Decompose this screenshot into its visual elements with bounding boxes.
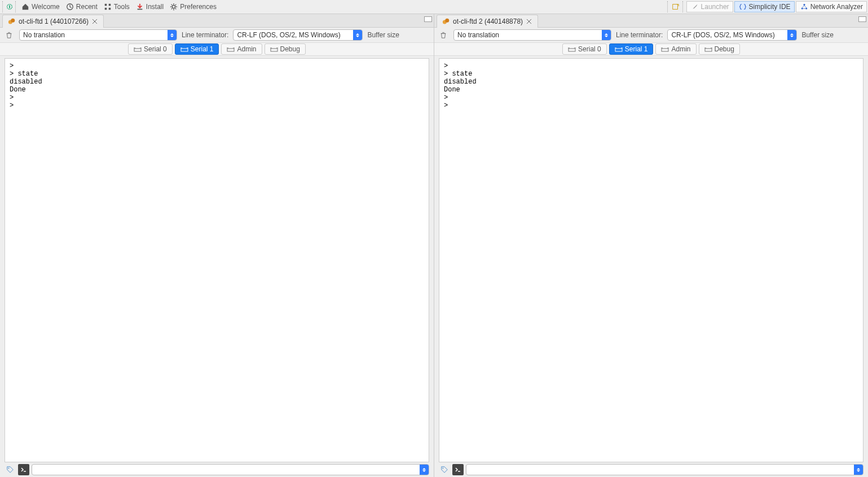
tab-label: Serial 0 (144, 45, 167, 53)
tab-serial-0[interactable]: Serial 0 (562, 43, 607, 55)
port-tabs: Serial 0 Serial 1 Admin Debug (0, 42, 434, 56)
svg-point-59 (443, 468, 444, 469)
tag-button[interactable] (5, 464, 16, 475)
chevron-updown-icon (420, 465, 429, 475)
tab-debug[interactable]: Debug (265, 43, 306, 55)
options-row: No translation Line terminator: CR-LF (D… (0, 28, 434, 42)
terminal-button[interactable] (18, 464, 29, 475)
svg-rect-50 (615, 49, 622, 51)
console-pane-right: ot-cli-ftd 2 (440148878) No translation … (434, 14, 868, 477)
svg-line-15 (171, 8, 173, 10)
tab-serial-0[interactable]: Serial 0 (128, 43, 173, 55)
command-input[interactable] (466, 464, 863, 475)
console-pane-left: ot-cli-ftd 1 (440107266) No translation … (0, 14, 434, 477)
tab-label: Serial 0 (578, 45, 601, 53)
serial-icon (134, 46, 142, 52)
split-container: ot-cli-ftd 1 (440107266) No translation … (0, 14, 868, 477)
view-tab-title: ot-cli-ftd 2 (440148878) (453, 17, 523, 25)
energy-icon[interactable] (5, 2, 14, 11)
chevron-updown-icon (602, 30, 611, 40)
svg-rect-30 (181, 49, 188, 51)
translation-select[interactable]: No translation (453, 29, 611, 41)
console-icon (442, 17, 451, 26)
close-icon[interactable] (525, 17, 533, 25)
translation-select[interactable]: No translation (19, 29, 177, 41)
tab-admin[interactable]: Admin (221, 43, 262, 55)
view-tab-bar: ot-cli-ftd 1 (440107266) (0, 14, 434, 28)
tab-serial-1[interactable]: Serial 1 (175, 43, 219, 55)
gear-icon (169, 2, 178, 11)
line-terminator-select[interactable]: CR-LF (DOS, OS/2, MS Windows) (233, 29, 363, 41)
launcher-perspective[interactable]: Launcher (686, 1, 733, 12)
trash-icon (439, 31, 447, 39)
serial-icon (270, 46, 278, 52)
perspective-open-icon[interactable] (671, 2, 680, 11)
svg-rect-47 (569, 49, 575, 51)
view-tab-title: ot-cli-ftd 1 (440107266) (19, 17, 89, 25)
options-row: No translation Line terminator: CR-LF (D… (434, 28, 868, 42)
grid-icon (103, 2, 112, 11)
translation-value: No translation (454, 31, 602, 39)
preferences-button[interactable]: Preferences (166, 1, 219, 12)
serial-icon (227, 46, 235, 52)
simplicity-ide-perspective[interactable]: Simplicity IDE (734, 1, 795, 12)
svg-rect-27 (134, 49, 141, 51)
tools-button[interactable]: Tools (100, 1, 133, 12)
svg-rect-1 (9, 5, 10, 8)
recent-label: Recent (76, 3, 98, 11)
install-button[interactable]: Install (133, 1, 166, 12)
svg-rect-17 (672, 5, 677, 10)
trash-button[interactable] (438, 29, 449, 41)
svg-point-8 (173, 5, 175, 8)
line-terminator-value: CR-LF (DOS, OS/2, MS Windows) (233, 31, 353, 39)
command-input-row (434, 463, 868, 477)
clock-icon (65, 2, 74, 11)
tag-icon (6, 466, 14, 474)
terminal-icon (20, 467, 27, 472)
view-tab[interactable]: ot-cli-ftd 1 (440107266) (2, 15, 104, 28)
network-analyzer-perspective[interactable]: Network Analyzer (796, 1, 867, 12)
tag-icon (440, 466, 448, 474)
chevron-updown-icon (854, 465, 863, 475)
tab-debug[interactable]: Debug (699, 43, 740, 55)
chevron-updown-icon (168, 30, 177, 40)
svg-line-13 (171, 5, 173, 6)
terminal-button[interactable] (452, 464, 464, 475)
svg-rect-3 (105, 4, 107, 6)
tag-button[interactable] (439, 464, 450, 475)
svg-line-14 (175, 8, 177, 10)
buffer-size-label: Buffer size (367, 31, 399, 39)
serial-icon (661, 46, 669, 52)
tab-label: Debug (715, 45, 734, 53)
line-terminator-select[interactable]: CR-LF (DOS, OS/2, MS Windows) (667, 29, 797, 41)
view-tab[interactable]: ot-cli-ftd 2 (440148878) (437, 15, 538, 28)
svg-line-16 (175, 5, 177, 6)
close-icon[interactable] (91, 17, 99, 25)
command-input-row (0, 463, 434, 477)
svg-point-42 (445, 19, 449, 23)
download-icon (135, 2, 144, 11)
minimize-view-icon[interactable] (858, 16, 866, 22)
ide-label: Simplicity IDE (749, 3, 791, 11)
svg-rect-33 (227, 49, 234, 51)
network-icon (800, 2, 809, 11)
port-tabs: Serial 0 Serial 1 Admin Debug (434, 42, 868, 56)
console-output[interactable]: > > state disabled Done > > (5, 58, 429, 462)
tab-label: Admin (237, 45, 256, 53)
home-icon (21, 2, 30, 11)
line-terminator-label: Line terminator: (182, 31, 228, 39)
install-label: Install (146, 3, 164, 11)
main-toolbar: Welcome Recent Tools Install Preferences… (0, 0, 868, 14)
line-terminator-value: CR-LF (DOS, OS/2, MS Windows) (668, 31, 787, 39)
trash-button[interactable] (3, 29, 15, 41)
welcome-button[interactable]: Welcome (18, 1, 63, 12)
tab-admin[interactable]: Admin (655, 43, 696, 55)
toolbar-separator (2, 1, 4, 12)
recent-button[interactable]: Recent (63, 1, 100, 12)
tab-serial-1[interactable]: Serial 1 (609, 43, 654, 55)
minimize-view-icon[interactable] (424, 16, 432, 22)
command-input[interactable] (32, 464, 429, 475)
svg-rect-5 (105, 8, 107, 10)
console-output[interactable]: > > state disabled Done > > (439, 58, 863, 462)
svg-rect-53 (662, 49, 668, 51)
